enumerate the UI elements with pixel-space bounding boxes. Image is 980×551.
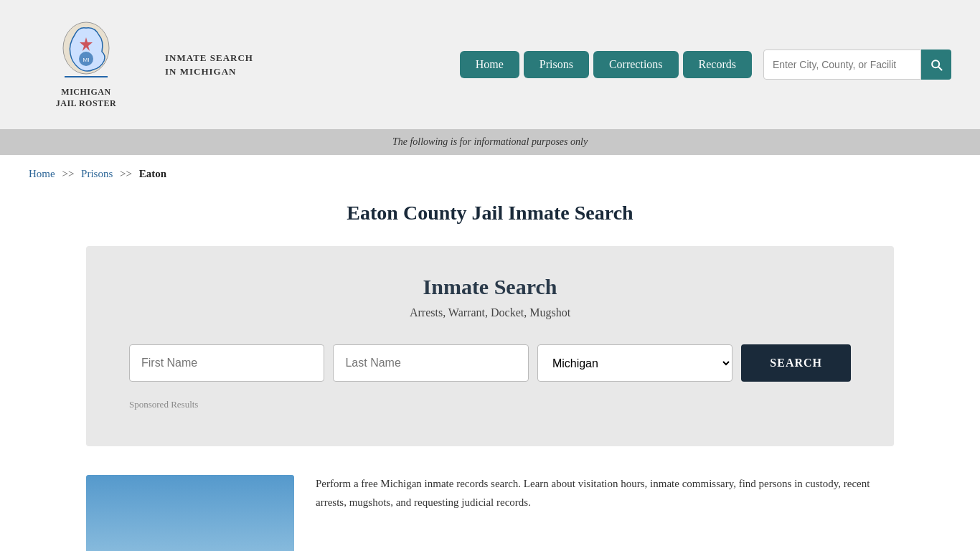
breadcrumb-current: Eaton — [139, 168, 166, 179]
site-title: INMATE SEARCH IN MICHIGAN — [165, 51, 265, 79]
header-search-button[interactable] — [921, 50, 951, 80]
main-nav: Home Prisons Corrections Records — [460, 50, 951, 80]
search-section-title: Inmate Search — [129, 275, 851, 299]
breadcrumb-home[interactable]: Home — [29, 168, 55, 179]
inmate-search-section: Inmate Search Arrests, Warrant, Docket, … — [86, 246, 894, 446]
breadcrumb-sep2: >> — [120, 168, 132, 179]
search-form-row: MichiganAlabamaAlaskaArizonaArkansasCali… — [129, 344, 851, 382]
site-header: MI MICHIGAN JAIL ROSTER INMATE SEARCH IN… — [0, 0, 980, 129]
search-section-subtitle: Arrests, Warrant, Docket, Mugshot — [129, 306, 851, 319]
breadcrumb-sep1: >> — [62, 168, 74, 179]
first-name-input[interactable] — [129, 344, 324, 382]
nav-records[interactable]: Records — [683, 51, 752, 78]
nav-prisons[interactable]: Prisons — [524, 51, 589, 78]
bottom-content: Perform a free Michigan inmate records s… — [0, 446, 980, 551]
logo-text: MICHIGAN JAIL ROSTER — [56, 87, 117, 109]
logo-svg: MI — [57, 19, 115, 84]
last-name-input[interactable] — [333, 344, 528, 382]
logo-icon: MI — [57, 19, 115, 84]
search-submit-button[interactable]: SEARCH — [741, 344, 851, 382]
search-icon — [929, 57, 943, 72]
svg-text:MI: MI — [83, 57, 90, 63]
header-search-input[interactable] — [763, 50, 921, 80]
page-title-wrap: Eaton County Jail Inmate Search — [0, 187, 980, 246]
breadcrumb: Home >> Prisons >> Eaton — [0, 155, 980, 187]
sponsored-results-label: Sponsored Results — [129, 399, 851, 410]
page-title: Eaton County Jail Inmate Search — [29, 202, 951, 225]
nav-home[interactable]: Home — [460, 51, 519, 78]
bottom-description: Perform a free Michigan inmate records s… — [316, 475, 894, 512]
info-banner-text: The following is for informational purpo… — [392, 136, 588, 147]
header-search-wrap — [763, 50, 951, 80]
nav-corrections[interactable]: Corrections — [593, 51, 679, 78]
image-sky — [86, 475, 294, 551]
logo-area: MI MICHIGAN JAIL ROSTER — [29, 19, 143, 109]
info-banner: The following is for informational purpo… — [0, 129, 980, 155]
state-select[interactable]: MichiganAlabamaAlaskaArizonaArkansasCali… — [537, 344, 732, 382]
bottom-image — [86, 475, 294, 551]
breadcrumb-prisons[interactable]: Prisons — [81, 168, 113, 179]
